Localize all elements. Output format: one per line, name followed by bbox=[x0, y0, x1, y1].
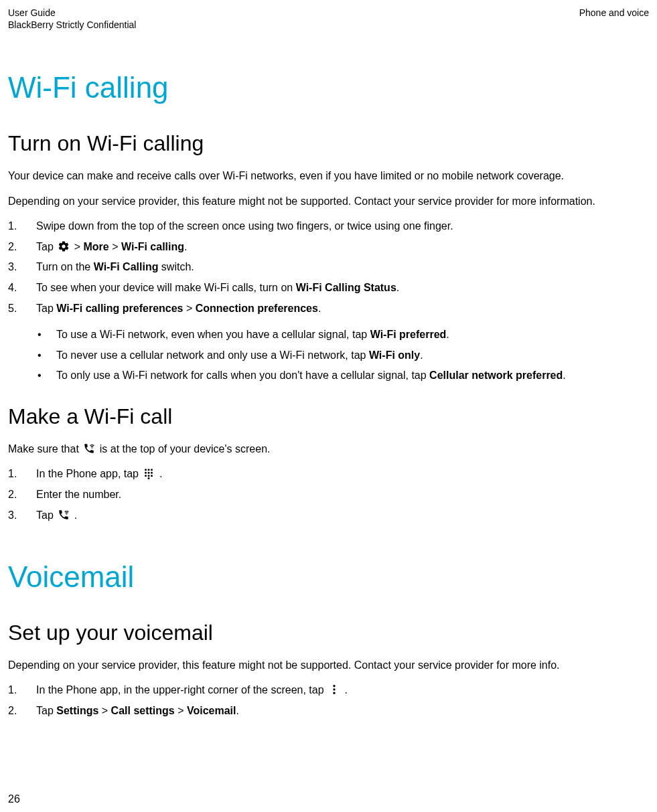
text: > bbox=[175, 705, 187, 716]
step: Turn on the Wi-Fi Calling switch. bbox=[8, 259, 649, 276]
step: Tap > More > Wi-Fi calling. bbox=[8, 239, 649, 256]
text: To use a Wi-Fi network, even when you ha… bbox=[56, 329, 370, 340]
step: In the Phone app, tap . bbox=[8, 466, 649, 483]
header-right: Phone and voice bbox=[579, 7, 649, 31]
text: Tap bbox=[36, 705, 56, 716]
paragraph: Depending on your service provider, this… bbox=[8, 193, 649, 209]
bold-text: Connection preferences bbox=[196, 303, 318, 314]
text: . bbox=[236, 705, 239, 716]
svg-point-6 bbox=[145, 475, 147, 477]
text: . bbox=[74, 509, 77, 521]
text: In the Phone app, in the upper-right cor… bbox=[36, 684, 327, 696]
text: In the Phone app, tap bbox=[36, 468, 141, 479]
settings-gear-icon bbox=[58, 240, 70, 252]
step: Tap . bbox=[8, 507, 649, 524]
bold-text: Wi-Fi preferred bbox=[370, 329, 447, 340]
text: Turn on the bbox=[36, 261, 94, 272]
steps-make-call: In the Phone app, tap . Enter the number… bbox=[8, 466, 649, 523]
bullet: To use a Wi-Fi network, even when you ha… bbox=[8, 327, 649, 343]
dialpad-icon bbox=[143, 467, 155, 479]
bold-text: More bbox=[84, 241, 109, 252]
heading-setup-voicemail: Set up your voicemail bbox=[8, 621, 649, 645]
bullet: To only use a Wi-Fi network for calls wh… bbox=[8, 368, 649, 384]
header-confidential: BlackBerry Strictly Confidential bbox=[8, 19, 136, 31]
step: To see when your device will make Wi-Fi … bbox=[8, 280, 649, 297]
bold-text: Wi-Fi only bbox=[369, 349, 420, 361]
text: Tap bbox=[36, 303, 56, 314]
bold-text: Voicemail bbox=[187, 705, 236, 716]
svg-point-12 bbox=[333, 692, 335, 694]
text: To only use a Wi-Fi network for calls wh… bbox=[56, 370, 429, 381]
step: In the Phone app, in the upper-right cor… bbox=[8, 682, 649, 699]
text: switch. bbox=[158, 261, 194, 272]
bullets-connection-prefs: To use a Wi-Fi network, even when you ha… bbox=[8, 327, 649, 384]
bold-text: Cellular network preferred bbox=[429, 370, 563, 381]
svg-point-7 bbox=[148, 475, 150, 477]
heading-wifi-calling: Wi-Fi calling bbox=[8, 71, 649, 104]
text: . bbox=[446, 329, 449, 340]
svg-point-1 bbox=[148, 469, 150, 471]
bold-text: Call settings bbox=[111, 705, 175, 716]
more-vert-icon bbox=[328, 683, 340, 696]
steps-turn-on: Swipe down from the top of the screen on… bbox=[8, 218, 649, 317]
step: Tap Wi-Fi calling preferences > Connecti… bbox=[8, 301, 649, 317]
text: . bbox=[420, 349, 423, 361]
svg-point-4 bbox=[148, 472, 150, 474]
header-left: User Guide BlackBerry Strictly Confident… bbox=[8, 7, 136, 31]
text: Tap bbox=[36, 509, 56, 521]
svg-point-5 bbox=[151, 472, 153, 474]
heading-make-wifi-call: Make a Wi-Fi call bbox=[8, 404, 649, 429]
bold-text: Wi-Fi Calling Status bbox=[296, 282, 396, 293]
page-number: 26 bbox=[8, 793, 20, 805]
svg-point-9 bbox=[148, 477, 150, 479]
heading-voicemail: Voicemail bbox=[8, 560, 649, 594]
step: Swipe down from the top of the screen on… bbox=[8, 218, 649, 235]
paragraph: Your device can make and receive calls o… bbox=[8, 168, 649, 183]
text: . bbox=[345, 684, 348, 696]
svg-point-8 bbox=[151, 475, 153, 477]
text: . bbox=[159, 468, 162, 479]
text: > bbox=[184, 303, 196, 314]
steps-setup-voicemail: In the Phone app, in the upper-right cor… bbox=[8, 682, 649, 720]
paragraph: Depending on your service provider, this… bbox=[8, 657, 649, 673]
bold-text: Wi-Fi calling preferences bbox=[56, 303, 183, 314]
text: > bbox=[109, 241, 121, 252]
step: Enter the number. bbox=[8, 487, 649, 503]
wifi-call-icon bbox=[83, 442, 95, 455]
text: Make sure that bbox=[8, 443, 82, 455]
page-header: User Guide BlackBerry Strictly Confident… bbox=[8, 7, 649, 31]
svg-point-11 bbox=[333, 688, 335, 690]
text: Tap bbox=[36, 241, 56, 252]
svg-point-0 bbox=[145, 469, 147, 471]
bold-text: Wi-Fi calling bbox=[121, 241, 184, 252]
text: . bbox=[396, 282, 399, 293]
text: > bbox=[98, 705, 111, 716]
bold-text: Wi-Fi Calling bbox=[94, 261, 159, 272]
text: To see when your device will make Wi-Fi … bbox=[36, 282, 296, 293]
svg-point-10 bbox=[333, 685, 335, 687]
header-guide: User Guide bbox=[8, 7, 136, 19]
svg-point-2 bbox=[151, 469, 153, 471]
text: . bbox=[318, 303, 321, 314]
step: Tap Settings > Call settings > Voicemail… bbox=[8, 703, 649, 720]
paragraph: Make sure that is at the top of your dev… bbox=[8, 441, 649, 457]
text: . bbox=[184, 241, 187, 252]
text: . bbox=[563, 370, 565, 381]
text: > bbox=[74, 241, 84, 252]
phone-wifi-icon bbox=[58, 509, 70, 521]
bold-text: Settings bbox=[56, 705, 98, 716]
heading-turn-on-wifi: Turn on Wi-Fi calling bbox=[8, 131, 649, 156]
bullet: To never use a cellular network and only… bbox=[8, 347, 649, 364]
svg-point-3 bbox=[145, 472, 147, 474]
text: To never use a cellular network and only… bbox=[56, 349, 369, 361]
text: is at the top of your device's screen. bbox=[100, 443, 271, 455]
